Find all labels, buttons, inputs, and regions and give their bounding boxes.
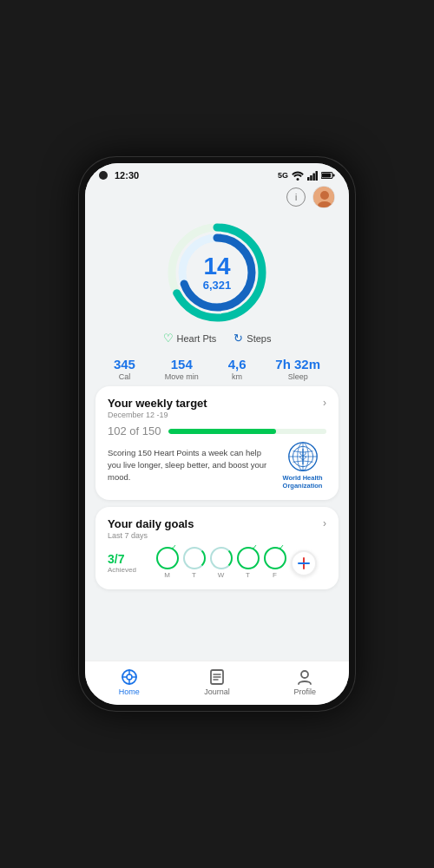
day-label-t1: T (192, 571, 196, 579)
heart-pts-icon: ♡ (163, 332, 174, 345)
bottom-nav: Home Journal Profile (85, 661, 349, 705)
svg-point-24 (127, 674, 132, 680)
camera-dot (99, 171, 108, 180)
svg-point-0 (297, 178, 299, 181)
network-label: 5G (278, 171, 288, 180)
target-content-row: Scoring 150 Heart Points a week can help… (108, 441, 326, 490)
plus-icon (296, 556, 312, 571)
day-circle-t2: ✓ (237, 547, 260, 569)
target-current: 102 (108, 424, 127, 437)
weekly-target-chevron: › (323, 397, 326, 409)
app-header: i (85, 184, 349, 214)
ring-container: 14 6,321 (165, 220, 269, 325)
day-label-t2: T (246, 571, 250, 579)
nav-profile-label: Profile (294, 687, 317, 696)
day-item-t1: T (183, 547, 206, 579)
day-check-m: ✓ (171, 543, 177, 551)
who-logo (287, 441, 319, 472)
svg-rect-3 (312, 173, 315, 181)
progress-bar-fill (168, 429, 276, 434)
day-circle-w (210, 547, 233, 569)
avatar[interactable] (312, 186, 335, 208)
goals-achieved-label: Achieved (108, 566, 142, 574)
day-check-t2: ✓ (252, 543, 258, 551)
steps-value: 6,321 (203, 279, 232, 292)
battery-icon (321, 171, 335, 180)
sleep-label: Sleep (288, 372, 308, 381)
steps-label: Steps (247, 333, 271, 344)
status-right: 5G (278, 171, 335, 181)
heart-pts-legend: ♡ Heart Pts (163, 332, 217, 345)
goals-row: 3/7 Achieved ✓ M (108, 547, 326, 579)
day-circle-m: ✓ (156, 547, 179, 569)
day-label-m: M (164, 571, 170, 579)
add-goal-button[interactable] (291, 550, 317, 576)
daily-goals-title-group: Your daily goals Last 7 days (108, 517, 194, 540)
target-description: Scoring 150 Heart Points a week can help… (108, 447, 279, 483)
who-badge: World HealthOrganization (279, 441, 326, 490)
profile-nav-icon (296, 668, 313, 686)
steps-legend: ↻ Steps (233, 332, 271, 345)
weekly-target-title: Your weekly target (108, 397, 207, 410)
ring-center: 14 6,321 (203, 254, 232, 292)
scroll-content[interactable]: 14 6,321 ♡ Heart Pts ↻ Steps (85, 214, 349, 661)
target-total: 150 (142, 424, 161, 437)
heart-pts-value: 14 (203, 254, 232, 279)
wifi-icon (292, 171, 304, 181)
daily-goals-chevron: › (323, 517, 326, 529)
weekly-target-subtitle: December 12 -19 (108, 411, 207, 419)
weekly-target-card[interactable]: Your weekly target December 12 -19 › 102… (95, 386, 339, 500)
svg-rect-6 (333, 174, 335, 177)
day-circle-f: ✓ (264, 547, 286, 569)
km-label: km (232, 372, 242, 381)
day-item-t2: ✓ T (237, 547, 260, 579)
nav-profile[interactable]: Profile (279, 668, 331, 696)
svg-rect-7 (322, 174, 331, 178)
phone-frame: 12:30 5G (78, 156, 356, 712)
daily-goals-subtitle: Last 7 days (108, 531, 194, 540)
status-bar: 12:30 5G (85, 163, 349, 184)
stat-km: 4,6 km (228, 357, 247, 381)
nav-journal[interactable]: Journal (191, 668, 243, 696)
move-value: 154 (171, 357, 193, 372)
day-circle-t1 (183, 547, 206, 569)
sleep-value: 7h 32m (275, 357, 320, 372)
target-progress-row: 102 of 150 (108, 424, 326, 437)
km-value: 4,6 (228, 357, 247, 372)
status-left: 12:30 (99, 170, 139, 181)
move-label: Move min (165, 372, 199, 381)
who-text: World HealthOrganization (282, 474, 322, 490)
daily-goals-card[interactable]: Your daily goals Last 7 days › 3/7 Achie… (95, 507, 339, 589)
nav-journal-label: Journal (204, 687, 230, 696)
weekly-target-title-group: Your weekly target December 12 -19 (108, 397, 207, 419)
day-circles: ✓ M T W (146, 547, 326, 579)
day-item-m: ✓ M (156, 547, 179, 579)
day-item-w: W (210, 547, 233, 579)
signal-icon (307, 171, 318, 181)
status-time: 12:30 (115, 170, 139, 181)
day-label-w: W (218, 571, 225, 579)
target-of: of (129, 424, 141, 437)
svg-rect-1 (307, 177, 310, 181)
ring-section: 14 6,321 ♡ Heart Pts ↻ Steps (95, 214, 339, 348)
nav-home-label: Home (119, 687, 140, 696)
daily-goals-header: Your daily goals Last 7 days › (108, 517, 326, 540)
goals-fraction: 3/7 (108, 552, 142, 566)
svg-point-9 (320, 191, 329, 200)
day-label-f: F (273, 571, 277, 579)
phone-screen: 12:30 5G (85, 163, 349, 705)
journal-nav-icon (208, 668, 226, 686)
heart-pts-label: Heart Pts (177, 333, 217, 344)
daily-goals-title: Your daily goals (108, 517, 194, 530)
target-fraction: 102 of 150 (108, 424, 161, 437)
svg-point-29 (301, 671, 308, 678)
svg-rect-4 (316, 171, 319, 181)
stat-sleep: 7h 32m Sleep (275, 357, 320, 381)
progress-bar-bg (168, 429, 327, 434)
info-button[interactable]: i (286, 187, 306, 207)
nav-home[interactable]: Home (103, 668, 155, 696)
goals-achieved-group: 3/7 Achieved (108, 552, 142, 574)
info-icon: i (295, 193, 297, 202)
svg-rect-2 (310, 175, 312, 181)
cal-value: 345 (114, 357, 135, 372)
